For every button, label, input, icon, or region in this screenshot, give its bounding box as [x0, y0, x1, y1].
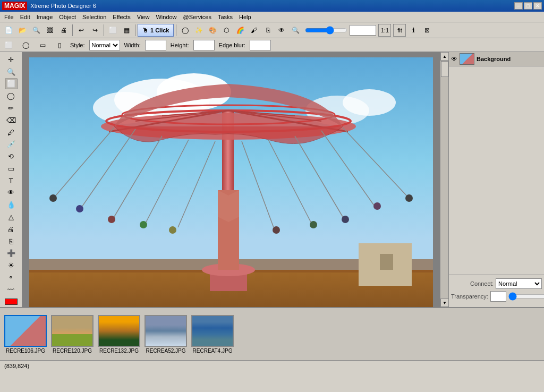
scan-btn[interactable]: 🖼 — [44, 24, 56, 37]
layer-visibility-icon[interactable]: 👁 — [451, 55, 457, 63]
connect-select[interactable]: Normal — [496, 278, 542, 289]
layer-thumbnail — [460, 53, 474, 65]
scroll-track[interactable] — [440, 61, 448, 299]
menu-tasks[interactable]: Tasks — [215, 13, 236, 21]
menu-image[interactable]: Image — [33, 13, 56, 21]
canvas-wrap[interactable] — [22, 52, 440, 307]
ellipse-select-btn[interactable]: ◯ — [19, 39, 32, 52]
window-close-btn[interactable]: ⊠ — [421, 24, 434, 37]
fx-btn[interactable]: ✨ — [192, 24, 205, 37]
canvas-image — [29, 57, 433, 307]
filmstrip-item-3[interactable]: RECREA52.JPG — [144, 315, 187, 354]
brush-tool[interactable]: 💧 — [5, 199, 18, 210]
menu-selection[interactable]: Selection — [79, 13, 109, 21]
red-eye-btn[interactable]: 👁 — [275, 24, 288, 37]
view-tool[interactable]: 👁 — [5, 188, 18, 199]
svg-point-5 — [343, 89, 396, 116]
clone-btn[interactable]: ⎘ — [261, 24, 274, 37]
foreground-color[interactable] — [5, 299, 18, 305]
shape-tool[interactable]: △ — [5, 211, 18, 223]
filmstrip-item-0[interactable]: RECRE106.JPG — [4, 315, 47, 354]
menu-services[interactable]: @Services — [180, 13, 215, 21]
menu-file[interactable]: File — [1, 13, 17, 21]
svg-point-29 — [108, 216, 115, 223]
one-click-label: 1 Click — [150, 27, 169, 33]
one-click-btn[interactable]: 🖱 1 Click — [138, 24, 174, 37]
scroll-up-arrow[interactable]: ▲ — [440, 52, 449, 61]
stamp-tool[interactable]: 🖨 — [5, 224, 18, 235]
magic-wand-btn[interactable]: ◯ — [178, 24, 191, 37]
redo-btn[interactable]: ↪ — [89, 24, 101, 37]
text-tool[interactable]: T — [5, 175, 18, 186]
palette-btn[interactable]: 🎨 — [206, 24, 219, 37]
title-bar: MAGIX Xtreme Photo Designer 6 − □ ✕ — [0, 0, 544, 12]
print-btn[interactable]: 🖨 — [57, 24, 70, 37]
new-btn[interactable]: 📄 — [2, 24, 15, 37]
filmstrip-thumb-0[interactable] — [4, 315, 47, 347]
filmstrip-thumb-1[interactable] — [51, 315, 94, 347]
browse-btn[interactable]: 🔍 — [30, 24, 42, 37]
scroll-thumb[interactable] — [441, 61, 448, 77]
info-btn[interactable]: ℹ — [407, 24, 420, 37]
zoom-tool[interactable]: 🔍 — [5, 66, 18, 78]
menu-object[interactable]: Object — [56, 13, 79, 21]
zoom-fit-btn[interactable]: fit — [393, 24, 406, 37]
freehand-tool[interactable]: ✏ — [5, 103, 18, 114]
select-all-btn[interactable]: ⬜ — [106, 24, 119, 37]
pen-tool[interactable]: 🖊 — [5, 127, 18, 138]
title-close-btn[interactable]: ✕ — [533, 2, 542, 10]
dodge-tool[interactable]: ☀ — [5, 260, 18, 271]
filmstrip-item-4[interactable]: RECREAT4.JPG — [191, 315, 234, 354]
gradient-tool[interactable]: ▭ — [5, 163, 18, 174]
lasso-btn[interactable]: ⬡ — [220, 24, 233, 37]
title-maximize-btn[interactable]: □ — [524, 2, 532, 10]
blur-tool[interactable]: ⚬ — [5, 272, 18, 283]
filmstrip-label-4: RECREAT4.JPG — [193, 348, 233, 354]
menu-effects[interactable]: Effects — [109, 13, 133, 21]
select-rect-tool[interactable]: ⬜ — [5, 79, 18, 90]
canvas-scrollbar[interactable]: ▲ ▼ — [440, 52, 448, 307]
transform-tool[interactable]: ⟲ — [5, 151, 18, 162]
move-tool[interactable]: ✛ — [5, 54, 18, 65]
filmstrip-item-1[interactable]: RECRE120.JPG — [51, 315, 94, 354]
tool-select-btn[interactable]: ⬜ — [2, 39, 15, 52]
paint-btn[interactable]: 🖌 — [248, 24, 260, 37]
menu-edit[interactable]: Edit — [17, 13, 33, 21]
menu-window[interactable]: Window — [152, 13, 180, 21]
style-select[interactable]: Normal — [89, 40, 120, 50]
undo-btn[interactable]: ↩ — [75, 24, 88, 37]
transparency-slider[interactable] — [508, 292, 544, 301]
filmstrip-thumb-3[interactable] — [144, 315, 187, 347]
select-ellipse-tool[interactable]: ◯ — [5, 90, 18, 101]
width-input[interactable]: 80 — [145, 40, 166, 50]
filmstrip-thumb-4[interactable] — [191, 315, 234, 347]
filmstrip-thumb-2[interactable] — [98, 315, 140, 347]
smudge-tool[interactable]: 〰 — [5, 284, 18, 295]
filmstrip: RECRE106.JPG RECRE120.JPG RECRE132.JPG R… — [0, 307, 544, 360]
rounded-select-btn[interactable]: ▯ — [53, 39, 66, 52]
eraser-tool[interactable]: ⌫ — [5, 115, 18, 126]
menu-help[interactable]: Help — [236, 13, 254, 21]
transparency-input[interactable]: 0 — [490, 291, 506, 302]
filmstrip-item-2[interactable]: RECRE132.JPG — [98, 315, 140, 354]
height-input[interactable]: 80 — [193, 40, 215, 50]
transparency-label: Transparency: — [451, 293, 488, 300]
toolbar: 📄 📂 🔍 🖼 🖨 ↩ ↪ ⬜ ▦ 🖱 1 Click ◯ ✨ 🎨 ⬡ 🌈 🖌 … — [0, 22, 544, 38]
zoom-view-btn[interactable]: 🔍 — [289, 24, 302, 37]
title-minimize-btn[interactable]: − — [514, 2, 523, 10]
edge-blur-input[interactable]: 0 — [250, 40, 271, 50]
color-btn[interactable]: 🌈 — [234, 24, 246, 37]
app-logo: MAGIX — [2, 2, 27, 10]
zoom-slider[interactable] — [305, 26, 347, 35]
select-btn[interactable]: ▦ — [120, 24, 133, 37]
zoom-input[interactable]: 59.58% — [350, 25, 376, 36]
eye-drop-tool[interactable]: 💉 — [5, 139, 18, 150]
rect-select-btn[interactable]: ▭ — [36, 39, 49, 52]
svg-point-31 — [169, 226, 176, 234]
zoom-100-btn[interactable]: 1:1 — [378, 24, 391, 37]
heal-tool[interactable]: ➕ — [5, 248, 18, 259]
clone-tool[interactable]: ⎘ — [5, 236, 18, 247]
open-btn[interactable]: 📂 — [16, 24, 29, 37]
scroll-down-arrow[interactable]: ▼ — [440, 299, 449, 307]
menu-view[interactable]: View — [134, 13, 153, 21]
